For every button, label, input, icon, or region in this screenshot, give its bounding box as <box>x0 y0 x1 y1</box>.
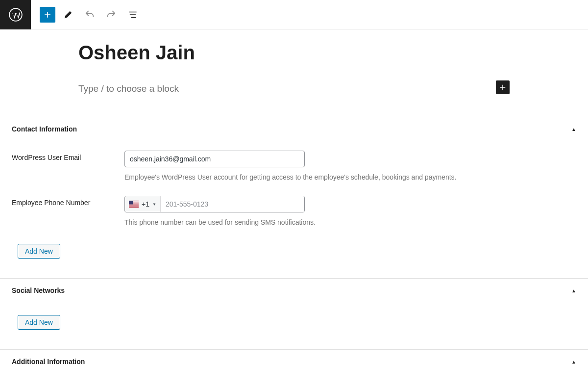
social-add-new-button[interactable]: Add New <box>18 315 60 330</box>
section-title: Additional Information <box>12 358 85 366</box>
email-label: WordPress User Email <box>12 151 124 181</box>
block-placeholder[interactable]: Type / to choose a block <box>78 83 510 94</box>
plus-icon <box>498 83 507 92</box>
block-placeholder-text: Type / to choose a block <box>78 83 179 94</box>
contact-information-header[interactable]: Contact Information ▲ <box>0 117 588 141</box>
social-networks-body: Add New <box>0 302 588 349</box>
contact-add-new-button[interactable]: Add New <box>18 244 60 259</box>
section-title: Contact Information <box>12 125 77 133</box>
phone-field-row: Employee Phone Number +1 ▼ <box>12 196 576 226</box>
additional-information-header[interactable]: Additional Information ▲ <box>0 349 588 366</box>
email-input[interactable] <box>124 151 305 167</box>
undo-button[interactable] <box>81 6 98 24</box>
add-block-button[interactable] <box>40 7 55 23</box>
phone-label: Employee Phone Number <box>12 196 124 226</box>
redo-button[interactable] <box>102 6 120 24</box>
collapse-icon: ▲ <box>571 288 576 293</box>
social-networks-header[interactable]: Social Networks ▲ <box>0 278 588 302</box>
email-field-row: WordPress User Email Employee's WordPres… <box>12 151 576 181</box>
contact-information-body: WordPress User Email Employee's WordPres… <box>0 141 588 278</box>
plus-icon <box>43 10 52 20</box>
us-flag-icon <box>129 201 139 208</box>
list-icon <box>127 9 138 20</box>
pencil-icon <box>63 9 74 20</box>
wordpress-icon <box>9 8 23 22</box>
svg-rect-7 <box>129 207 139 207</box>
phone-field-content: +1 ▼ This phone number can be used for s… <box>124 196 576 226</box>
dial-code: +1 <box>142 200 149 208</box>
inline-add-block-button[interactable] <box>496 80 510 94</box>
editor-content-area: Osheen Jain Type / to choose a block <box>0 29 588 94</box>
phone-input[interactable] <box>161 196 304 212</box>
email-help-text: Employee's WordPress User account for ge… <box>124 173 576 181</box>
section-title: Social Networks <box>12 287 65 294</box>
toolbar-buttons <box>31 6 142 24</box>
redo-icon <box>106 9 117 20</box>
svg-rect-5 <box>129 205 139 205</box>
editor-toolbar <box>0 0 588 29</box>
collapse-icon: ▲ <box>571 127 576 132</box>
svg-rect-6 <box>129 206 139 206</box>
page-title[interactable]: Osheen Jain <box>78 42 510 64</box>
details-button[interactable] <box>124 6 142 24</box>
phone-input-wrapper: +1 ▼ <box>124 196 305 212</box>
svg-rect-8 <box>129 201 133 205</box>
undo-icon <box>84 9 95 20</box>
wordpress-logo[interactable] <box>0 0 31 29</box>
edit-button[interactable] <box>59 6 77 24</box>
collapse-icon: ▲ <box>571 359 576 365</box>
phone-help-text: This phone number can be used for sendin… <box>124 218 576 226</box>
caret-down-icon: ▼ <box>152 202 156 207</box>
email-field-content: Employee's WordPress User account for ge… <box>124 151 576 181</box>
phone-country-selector[interactable]: +1 ▼ <box>125 196 161 212</box>
